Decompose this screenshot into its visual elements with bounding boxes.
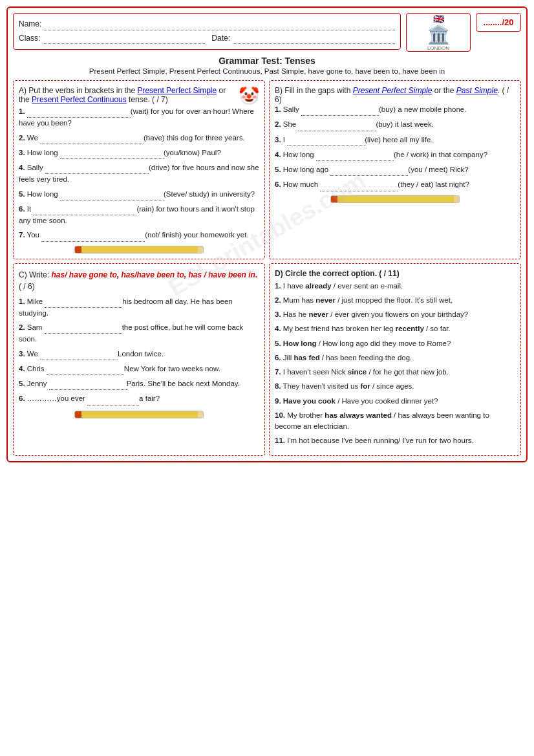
section-a-title-plain: A) Put the verbs in brackets in the (19, 86, 137, 95)
list-item: 3. Has he never / ever given you flowers… (275, 309, 515, 320)
pencil-divider-a (19, 246, 259, 254)
list-item: 5. How long ago (you / meet) Rick? (275, 164, 515, 176)
pencil-divider-b (275, 195, 515, 203)
list-item: 4. My best friend has broken her leg rec… (275, 323, 515, 334)
list-item: 1. Mike his bedroom all day. He has been… (19, 296, 259, 319)
section-c-bold: has/ have gone to, has/have been to, has… (51, 270, 257, 279)
list-item: 6. How much (they / eat) last night? (275, 179, 515, 191)
subtitle: Present Perfect Simple, Present Perfect … (13, 67, 521, 75)
section-b-box: B) Fill in the gaps with Present Perfect… (269, 80, 521, 259)
option-correct: since (348, 368, 367, 376)
pencil-divider-c (19, 411, 259, 418)
list-item: 4. Sally (drive) for five hours and now … (19, 162, 259, 186)
worksheet-container: ESLprintables.com Name: Class: Date: 🇬🇧 … (6, 6, 528, 462)
list-item: 2. Sam the post office, but he will come… (19, 322, 259, 345)
section-b-header: B) Fill in the gaps with Present Perfect… (275, 86, 515, 104)
date-label: Date: (211, 32, 230, 46)
section-c-title: C) Write: has/ have gone to, has/have be… (19, 269, 259, 292)
class-label: Class: (19, 32, 40, 46)
list-item: 3. How long (you/know) Paul? (19, 147, 259, 159)
score-box: ......../20 (476, 13, 521, 32)
section-a-end: tense. ( / 7) (127, 95, 168, 104)
list-item: 7. I haven't seen Nick since / for he go… (275, 367, 515, 378)
section-a-box: A) Put the verbs in brackets in the Pres… (13, 80, 265, 259)
list-item: 4. Chris New York for two weeks now. (19, 363, 259, 375)
top-grid: A) Put the verbs in brackets in the Pres… (13, 80, 521, 259)
score-value: ......../20 (484, 17, 514, 27)
section-b-link1: Present Perfect Simple (353, 86, 433, 95)
list-item: 10. My brother has always wanted / has a… (275, 410, 515, 433)
section-b-title-text: B) Fill in the gaps with Present Perfect… (275, 86, 515, 104)
main-title: Grammar Test: Tenses (13, 56, 521, 66)
option-correct: Have you cook (283, 397, 336, 405)
option-correct: already (305, 282, 331, 290)
option-correct: has always wanted (325, 411, 392, 419)
list-item: 5. How long / How long ago did they move… (275, 338, 515, 349)
section-d-list: 1. I have already / ever sent an e-mail.… (275, 281, 515, 447)
list-item: 2. We (have) this dog for three years. (19, 133, 259, 144)
header-section: Name: Class: Date: 🇬🇧 🏛️ LONDON ........… (13, 13, 521, 52)
list-item: 3. I (live) here all my life. (275, 135, 515, 146)
option-correct: How long (283, 340, 317, 347)
list-item: 4. How long (he / work) in that company? (275, 149, 515, 161)
option-correct: never (308, 310, 328, 318)
name-line: Name: (19, 17, 395, 32)
section-a-title-text: A) Put the verbs in brackets in the Pres… (19, 86, 233, 104)
list-item: 6. Jill has fed / has been feeding the d… (275, 352, 515, 363)
option-correct: recently (396, 325, 424, 332)
section-c-plain: C) Write: (19, 270, 51, 279)
london-label: LONDON (427, 45, 450, 51)
section-d-title: D) Circle the correct option. ( / 11) (275, 269, 515, 278)
name-label: Name: (19, 17, 41, 32)
section-a-link1: Present Perfect Simple (137, 86, 217, 95)
list-item: 1. Sally (buy) a new mobile phone. (275, 104, 515, 116)
name-class-box: Name: Class: Date: (13, 13, 401, 50)
flag-icon: 🇬🇧 (427, 14, 450, 24)
section-b-plain: B) Fill in the gaps with (275, 86, 353, 95)
section-d-box: D) Circle the correct option. ( / 11) 1.… (269, 263, 521, 456)
class-line: Class: Date: (19, 32, 395, 46)
phone-booth-icon: 🏛️ (427, 24, 450, 45)
list-item: 1. I have already / ever sent an e-mail. (275, 281, 515, 292)
section-b-link2: Past Simple (456, 86, 498, 95)
london-image-box: 🇬🇧 🏛️ LONDON (406, 13, 471, 52)
section-a-link2: Present Perfect Continuous (32, 95, 127, 104)
list-item: 2. She (buy) it last week. (275, 119, 515, 131)
list-item: 9. Have you cook / Have you cooked dinne… (275, 396, 515, 407)
option-correct: never (315, 296, 336, 304)
list-item: 5. Jenny Paris. She'll be back next Mond… (19, 378, 259, 390)
title-section: Grammar Test: Tenses Present Perfect Sim… (13, 56, 521, 75)
list-item: 3. We London twice. (19, 349, 259, 360)
list-item: 6. …………you ever a fair? (19, 393, 259, 405)
list-item: 7. You (not/ finish) your homework yet. (19, 230, 259, 241)
list-item: 8. They haven't visited us for / since a… (275, 381, 515, 392)
list-item: 1. (wait) for you for over an hour! Wher… (19, 106, 259, 129)
option-correct: has fed (294, 354, 319, 362)
list-item: 6. It (rain) for two hours and it won't … (19, 204, 259, 227)
section-c-box: C) Write: has/ have gone to, has/have be… (13, 263, 265, 456)
section-a-list: 1. (wait) for you for over an hour! Wher… (19, 106, 259, 242)
list-item: 11. I'm hot because I've been running/ I… (275, 435, 515, 446)
section-b-middle: or the (432, 86, 456, 95)
bottom-grid: C) Write: has/ have gone to, has/have be… (13, 263, 521, 456)
section-c-list: 1. Mike his bedroom all day. He has been… (19, 296, 259, 405)
section-d-title-text: D) Circle the correct option. ( / 11) (275, 269, 400, 278)
section-c-end: ( / 6) (19, 282, 35, 291)
list-item: 2. Mum has never / just mopped the floor… (275, 295, 515, 306)
option-correct: for (360, 382, 370, 390)
list-item: 5. How long (Steve/ study) in university… (19, 189, 259, 200)
section-b-list: 1. Sally (buy) a new mobile phone. 2. Sh… (275, 104, 515, 191)
clown-icon: 🤡 (239, 86, 259, 106)
section-a-header: A) Put the verbs in brackets in the Pres… (19, 86, 259, 106)
